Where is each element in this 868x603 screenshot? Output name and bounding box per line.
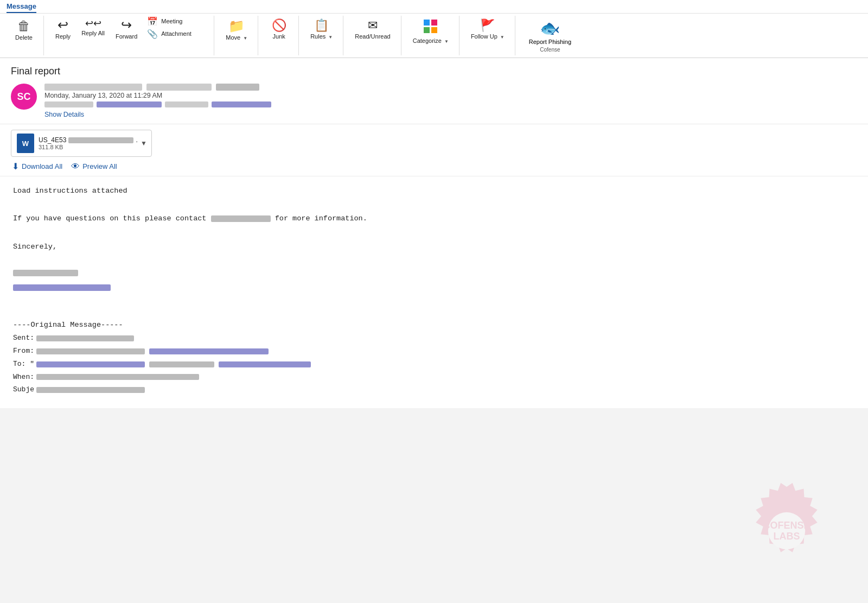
rules-label: Rules ▼ [310, 33, 333, 40]
ribbon: Message 🗑 Delete ↩ Reply ↩↩ Reply All ↪ … [0, 0, 868, 58]
ribbon-group-followup: 🚩 Follow Up ▼ [461, 16, 515, 55]
ribbon-content: 🗑 Delete ↩ Reply ↩↩ Reply All ↪ Forward … [0, 14, 868, 58]
attachment-area: W US_4E53 . 311.8 KB ▼ ⬇ Download All 👁 … [0, 124, 868, 176]
to-value-blurred [97, 101, 162, 107]
word-icon: W [17, 134, 34, 153]
categorize-label: Categorize ▼ [413, 37, 449, 45]
move-label: Move ▼ [226, 34, 247, 41]
attachment-dropdown-arrow[interactable]: ▼ [141, 139, 147, 147]
orig-sent-key: Sent: [13, 333, 34, 344]
orig-when-key: When: [13, 372, 34, 383]
orig-subj-val [36, 387, 145, 393]
attachment-name-prefix: US_4E53 [39, 136, 66, 144]
junk-label: Junk [273, 33, 285, 40]
original-msg-label: ----Original Message----- [13, 319, 855, 331]
sender-row: SC Monday, January 13, 2020 at 11:29 AM … [11, 84, 857, 118]
svg-rect-0 [424, 20, 430, 26]
attachment-name: US_4E53 . [39, 136, 146, 144]
categorize-button[interactable]: Categorize ▼ [408, 16, 454, 47]
to-extra2-blurred [212, 101, 271, 107]
attachment-size: 311.8 KB [39, 144, 146, 150]
meeting-label: Meeting [161, 18, 182, 25]
sender-name-row [44, 84, 857, 91]
ribbon-group-read: ✉ Read/Unread [344, 16, 401, 55]
attachment-name-blurred [68, 137, 133, 143]
categorize-icon [424, 20, 438, 36]
forward-icon: ↪ [121, 18, 132, 31]
cofense-sub-label: Cofense [540, 47, 560, 53]
download-all-link[interactable]: ⬇ Download All [12, 161, 62, 172]
cofense-fish-icon: 🐟 [540, 18, 560, 37]
attachment-icon: 📎 [147, 30, 158, 39]
report-phishing-button[interactable]: 🐟 Report Phishing Cofense [522, 16, 578, 55]
email-subject: Final report [11, 66, 857, 77]
forward-button[interactable]: ↪ Forward [111, 16, 142, 44]
contact-blurred [211, 215, 271, 222]
delete-button[interactable]: 🗑 Delete [10, 16, 38, 44]
reply-label: Reply [55, 33, 71, 40]
attachment-name-dot: . [136, 136, 137, 144]
preview-all-link[interactable]: 👁 Preview All [71, 161, 117, 172]
svg-rect-3 [431, 27, 437, 33]
junk-button[interactable]: 🚫 Junk [265, 16, 293, 43]
message-container: Final report SC Monday, January 13, 2020… [0, 58, 868, 408]
svg-rect-2 [424, 27, 430, 33]
show-details-link[interactable]: Show Details [44, 111, 84, 118]
email-body: Load instructions attached If you have q… [0, 176, 868, 408]
ribbon-group-categorize: Categorize ▼ [403, 16, 459, 55]
reply-all-icon: ↩↩ [85, 18, 101, 28]
delete-icon: 🗑 [17, 20, 30, 33]
reply-all-label: Reply All [81, 30, 105, 37]
rules-icon: 📋 [314, 20, 329, 31]
body-line-2-post: for more information. [275, 214, 367, 223]
ribbon-group-cofense: 🐟 Report Phishing Cofense [516, 16, 584, 55]
to-extra-blurred [165, 101, 208, 107]
orig-to-val3 [219, 361, 311, 367]
download-icon: ⬇ [12, 161, 19, 172]
attachment-box[interactable]: W US_4E53 . 311.8 KB ▼ [11, 130, 152, 157]
ribbon-title: Message [7, 2, 36, 13]
email-date: Monday, January 13, 2020 at 11:29 AM [44, 92, 857, 99]
rules-button[interactable]: 📋 Rules ▼ [305, 16, 337, 43]
to-line [44, 101, 857, 107]
move-icon: 📁 [228, 20, 245, 33]
attachment-info: US_4E53 . 311.8 KB [39, 136, 146, 150]
avatar: SC [11, 84, 37, 110]
follow-up-button[interactable]: 🚩 Follow Up ▼ [466, 16, 509, 43]
orig-sent-row: Sent: [13, 333, 855, 344]
attachment-actions: ⬇ Download All 👁 Preview All [11, 161, 857, 172]
email-meta: Monday, January 13, 2020 at 11:29 AM Sho… [44, 84, 857, 118]
orig-from-val2 [149, 348, 269, 354]
sender-name-blurred3 [216, 84, 259, 91]
ribbon-group-junk: 🚫 Junk [259, 16, 299, 55]
orig-from-key: From: [13, 346, 34, 357]
ribbon-small-group-meeting-attachment: 📅 Meeting 📎 Attachment [143, 16, 208, 40]
signature-area [13, 269, 855, 295]
orig-subj-row: Subje [13, 384, 855, 396]
read-unread-button[interactable]: ✉ Read/Unread [350, 16, 395, 43]
orig-subj-key: Subje [13, 384, 34, 396]
junk-icon: 🚫 [272, 20, 286, 31]
signature-name-blurred [13, 270, 78, 276]
orig-to-val1 [36, 361, 145, 367]
read-unread-label: Read/Unread [355, 33, 390, 40]
original-message-section: ----Original Message----- Sent: From: To… [13, 319, 855, 396]
body-line-sincerely: Sincerely, [13, 241, 855, 253]
reply-all-button[interactable]: ↩↩ Reply All [76, 16, 110, 41]
meeting-button[interactable]: 📅 Meeting [143, 16, 208, 28]
preview-all-label: Preview All [82, 162, 117, 170]
body-line-2-pre: If you have questions on this please con… [13, 214, 206, 223]
orig-when-val [36, 374, 199, 380]
follow-up-icon: 🚩 [480, 20, 495, 31]
to-field-blurred [44, 101, 93, 107]
signature-email-blurred [13, 284, 111, 291]
move-button[interactable]: 📁 Move ▼ [221, 16, 252, 44]
reply-button[interactable]: ↩ Reply [50, 16, 75, 44]
reply-icon: ↩ [58, 18, 68, 31]
sender-name-blurred2 [146, 84, 212, 91]
orig-to-key: To: " [13, 359, 34, 370]
forward-label: Forward [116, 33, 137, 40]
read-unread-icon: ✉ [368, 20, 378, 31]
attachment-button[interactable]: 📎 Attachment [143, 28, 208, 40]
attachment-label: Attachment [161, 30, 192, 37]
